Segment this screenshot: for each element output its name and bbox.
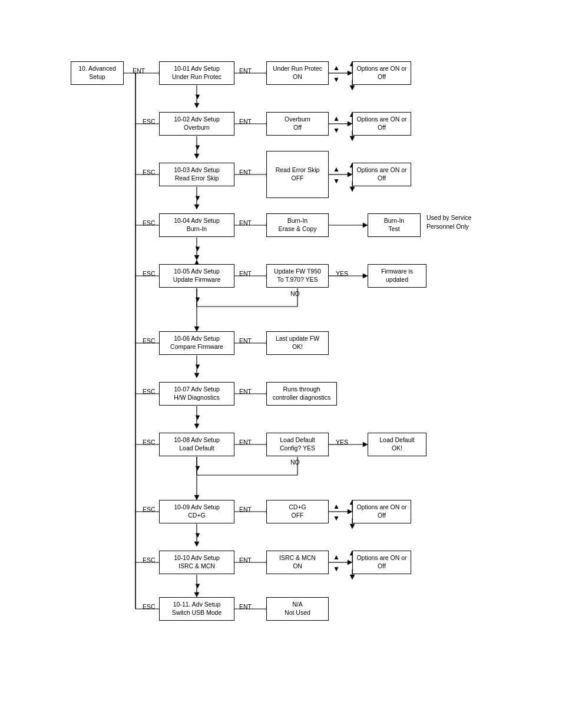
ent-label-05: ENT: [239, 270, 252, 277]
ent-label-02: ENT: [239, 118, 252, 125]
main-box: 10. Advanced Setup: [71, 61, 124, 85]
box-08v: Load DefaultConfig? YES: [266, 433, 329, 456]
down-arrow-10: ▼: [194, 581, 201, 590]
box-10-10: 10-10 Adv SetupISRC & MCN: [159, 551, 234, 574]
ent-label-10: ENT: [239, 556, 252, 564]
esc-label-03: ESC: [143, 169, 156, 176]
arrow-down-02: ▼: [333, 126, 340, 134]
svg-marker-106: [194, 592, 199, 597]
box-04v: Burn-InErase & Copy: [266, 213, 329, 237]
ent-label-06: ENT: [239, 337, 252, 344]
esc-label-07: ESC: [143, 388, 156, 395]
esc-label-06: ESC: [143, 337, 156, 344]
box-10-08: 10-08 Adv SetupLoad Default: [159, 433, 234, 456]
svg-marker-82: [194, 495, 199, 500]
arrow-up-02: ▲: [333, 114, 340, 123]
box-10-01: 10-01 Adv SetupUnder Run Protec: [159, 61, 234, 85]
svg-marker-30: [348, 172, 352, 177]
box-10-06: 10-06 Adv SetupCompare Firmware: [159, 331, 234, 355]
down-arrow-2: ▼: [194, 143, 201, 151]
box-03r: Options are ON orOff: [352, 163, 411, 186]
down-arrow-6: ▼: [194, 362, 201, 371]
svg-marker-36: [194, 205, 199, 209]
arrow-down-01: ▼: [333, 75, 340, 84]
esc-label-08: ESC: [143, 439, 156, 446]
ent-label-03: ENT: [239, 169, 252, 176]
esc-label-04: ESC: [143, 219, 156, 226]
svg-marker-11: [194, 103, 199, 108]
svg-marker-22: [350, 136, 355, 141]
ent-label-01v: ENT: [239, 67, 252, 74]
box-06v: Last update FWOK!: [266, 331, 329, 355]
box-09v: CD+GOFF: [266, 500, 329, 523]
box-04r: Burn-InTest: [368, 213, 421, 237]
ent-label-04: ENT: [239, 219, 252, 226]
box-10-11: 10-11. Adv SetupSwitch USB Mode: [159, 597, 234, 621]
esc-label-02: ESC: [143, 118, 156, 125]
box-04-note: Used by ServicePersonnel Only: [427, 213, 503, 230]
svg-marker-34: [350, 187, 355, 192]
svg-marker-64: [194, 373, 199, 378]
box-05v: Update FW T950To T.970? YES: [266, 264, 329, 288]
arrow-up-01: ▲: [333, 64, 340, 72]
svg-marker-104: [350, 575, 355, 579]
svg-marker-24: [194, 154, 199, 159]
arrow-up-10: ▲: [333, 553, 340, 561]
ent-label-08: ENT: [239, 439, 252, 446]
box-10-02: 10-02 Adv SetupOverburn: [159, 112, 234, 136]
box-01r: Options are ON orOff: [352, 61, 411, 85]
svg-marker-77: [363, 442, 368, 447]
arrow-up-09: ▲: [333, 502, 340, 510]
box-10-03: 10-03 Adv SetupRead Error Skip: [159, 163, 234, 186]
ent-label-11: ENT: [239, 603, 252, 610]
box-10-05: 10-05 Adv SetupUpdate Firmware: [159, 264, 234, 288]
arrow-down-03: ▼: [333, 177, 340, 185]
box-10v: ISRC & MCNON: [266, 551, 329, 574]
box-08r: Load DefaultOK!: [368, 433, 427, 456]
svg-marker-88: [348, 509, 352, 514]
box-02v: OverburnOff: [266, 112, 329, 136]
svg-marker-18: [348, 121, 352, 126]
box-10-04: 10-04 Adv SetupBurn-In: [159, 213, 234, 237]
box-10-07: 10-07 Adv SetupH/W Diagnostics: [159, 382, 234, 406]
down-arrow-1: ▼: [194, 92, 201, 101]
svg-marker-44: [194, 255, 199, 260]
down-arrow-9: ▼: [194, 531, 201, 539]
box-09r: Options are ON orOff: [352, 500, 411, 523]
svg-marker-100: [348, 560, 352, 565]
down-arrow-3: ▼: [194, 193, 201, 202]
svg-marker-5: [348, 71, 352, 75]
box-10r: Options are ON orOff: [352, 551, 411, 574]
no-label-08: NO: [290, 459, 300, 466]
box-07v: Runs throughcontroller diagnostics: [266, 382, 337, 406]
ent-label-07: ENT: [239, 388, 252, 395]
esc-label-05: ESC: [143, 270, 156, 277]
arrow-up-03: ▲: [333, 165, 340, 173]
box-01v: Under Run ProtecON: [266, 61, 329, 85]
down-arrow-4: ▼: [194, 244, 201, 253]
esc-label-09: ESC: [143, 506, 156, 513]
box-02r: Options are ON orOff: [352, 112, 411, 136]
down-arrow-7: ▼: [194, 413, 201, 421]
svg-marker-9: [350, 85, 355, 90]
svg-marker-51: [363, 274, 368, 278]
arrow-down-10: ▼: [333, 565, 340, 573]
box-11v: N/ANot Used: [266, 597, 329, 621]
ent-label-09: ENT: [239, 506, 252, 513]
box-10-09: 10-09 Adv SetupCD+G: [159, 500, 234, 523]
svg-marker-94: [194, 542, 199, 546]
esc-label-11: ESC: [143, 603, 156, 610]
svg-marker-92: [350, 524, 355, 529]
main-label: 10. Advanced Setup: [71, 65, 123, 81]
svg-marker-58: [194, 327, 199, 331]
box-05r: Firmware isupdated: [368, 264, 427, 288]
down-arrow-8: ▼: [194, 463, 201, 472]
svg-marker-70: [194, 424, 199, 429]
diagram-container: 10. Advanced Setup ENT 10-01 Adv SetupUn…: [0, 0, 562, 728]
ent-label-01: ENT: [133, 67, 145, 74]
yes-label-05: YES: [336, 270, 348, 277]
no-label-05: NO: [290, 290, 300, 297]
box-03v: Read Error SkipOFF: [266, 151, 329, 198]
svg-marker-42: [363, 223, 368, 228]
yes-label-08: YES: [336, 439, 348, 446]
